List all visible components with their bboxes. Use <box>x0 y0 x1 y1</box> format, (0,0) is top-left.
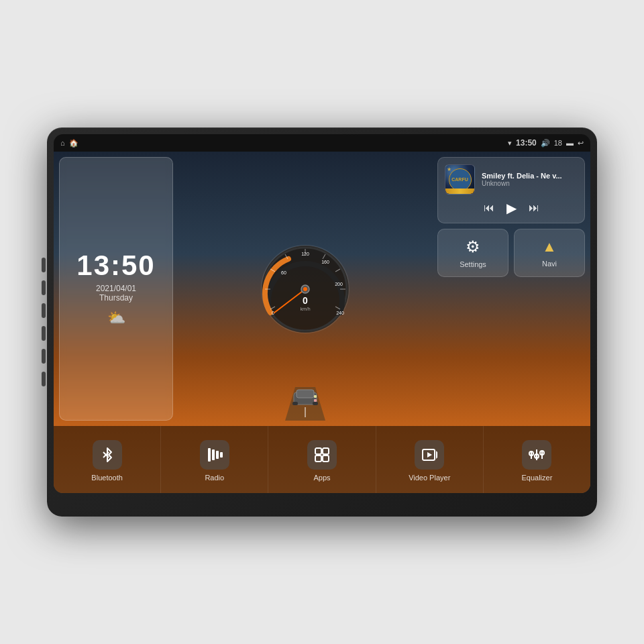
side-button-4[interactable] <box>42 326 46 341</box>
next-button[interactable]: ⏭ <box>529 202 539 214</box>
wifi-icon: ▾ <box>508 139 512 148</box>
svg-point-19 <box>303 287 307 291</box>
radio-icon <box>207 447 223 463</box>
radio-label: Radio <box>205 474 224 482</box>
clock-day: Thursday <box>99 293 133 303</box>
settings-button[interactable]: ⚙ Settings <box>437 229 508 277</box>
svg-text:0: 0 <box>303 295 308 306</box>
status-bar: ⌂ 🏠 ▾ 13:50 🔊 18 ▬ ↩ <box>54 134 590 152</box>
svg-rect-31 <box>208 448 211 462</box>
side-button-2[interactable] <box>42 280 46 295</box>
menu-item-video-player[interactable]: Video Player <box>376 426 484 493</box>
svg-rect-36 <box>323 448 329 454</box>
menu-item-bluetooth[interactable]: Bluetooth <box>54 426 161 493</box>
menu-item-apps[interactable]: Apps <box>268 426 376 493</box>
svg-rect-35 <box>315 448 321 454</box>
status-right: ▾ 13:50 🔊 18 ▬ ↩ <box>508 138 584 148</box>
prev-button[interactable]: ⏮ <box>484 202 494 214</box>
svg-rect-28 <box>313 402 318 405</box>
nav-icon: ▲ <box>542 238 557 256</box>
bluetooth-label: Bluetooth <box>91 474 122 482</box>
svg-rect-34 <box>220 452 223 458</box>
side-button-6[interactable] <box>42 372 46 386</box>
apps-label: Apps <box>313 474 330 482</box>
svg-text:160: 160 <box>321 260 329 264</box>
quick-buttons: ⚙ Settings ▲ Navi <box>437 229 585 277</box>
svg-rect-27 <box>292 402 298 405</box>
radio-icon-container <box>200 440 229 470</box>
speedometer-svg: 0 60 120 160 200 240 0 <box>258 242 352 336</box>
carfu-badge: CARFU <box>449 168 472 191</box>
main-screen: 13:50 2021/04/01 Thursday ⛅ <box>54 152 590 493</box>
car-head-unit: ⌂ 🏠 ▾ 13:50 🔊 18 ▬ ↩ 13:50 2021/04/01 Th… <box>47 127 597 517</box>
music-info: Smiley ft. Delia - Ne v... Unknown <box>482 172 578 187</box>
apps-icon <box>314 447 330 463</box>
svg-rect-32 <box>212 449 215 460</box>
svg-marker-41 <box>427 452 432 458</box>
play-button[interactable]: ▶ <box>506 200 517 216</box>
status-time: 13:50 <box>516 138 537 148</box>
album-art: CARFU ★ <box>445 164 475 195</box>
equalizer-icon-container <box>522 440 551 470</box>
svg-rect-38 <box>323 455 329 462</box>
star-badge: ★ <box>447 166 451 172</box>
svg-text:240: 240 <box>336 311 344 315</box>
equalizer-label: Equalizer <box>521 474 552 482</box>
music-controls: ⏮ ▶ ⏭ <box>445 200 578 216</box>
menu-item-equalizer[interactable]: Equalizer <box>484 426 590 493</box>
svg-text:200: 200 <box>335 282 343 286</box>
bluetooth-icon <box>99 447 115 463</box>
svg-rect-29 <box>314 395 317 398</box>
gear-icon: ⚙ <box>466 237 480 256</box>
svg-text:60: 60 <box>281 270 286 275</box>
bottom-menu: Bluetooth Radio <box>54 426 590 493</box>
clock-date: 2021/04/01 <box>96 284 136 293</box>
weather-icon: ⛅ <box>107 309 125 327</box>
volume-icon[interactable]: 🔊 <box>541 139 550 148</box>
music-top: CARFU ★ Smiley ft. Delia - Ne v... Unkno… <box>445 164 578 195</box>
svg-rect-37 <box>315 455 321 462</box>
house-icon[interactable]: 🏠 <box>69 139 78 148</box>
right-panel: CARFU ★ Smiley ft. Delia - Ne v... Unkno… <box>437 157 585 421</box>
road-svg <box>255 374 356 421</box>
speedometer: 0 60 120 160 200 240 0 <box>258 242 352 336</box>
navi-button[interactable]: ▲ Navi <box>514 229 585 277</box>
video-icon-container <box>415 440 444 470</box>
screen-icon: ▬ <box>566 139 574 147</box>
road-view <box>255 374 356 421</box>
equalizer-icon <box>529 447 545 463</box>
svg-text:120: 120 <box>301 252 309 256</box>
status-left: ⌂ 🏠 <box>60 139 78 148</box>
svg-text:km/h: km/h <box>300 307 310 311</box>
apps-icon-container <box>307 440 337 470</box>
music-widget[interactable]: CARFU ★ Smiley ft. Delia - Ne v... Unkno… <box>437 157 585 223</box>
side-button-3[interactable] <box>42 303 46 318</box>
home-icon[interactable]: ⌂ <box>60 139 65 147</box>
settings-label: Settings <box>460 260 486 268</box>
svg-rect-26 <box>297 390 314 398</box>
clock-widget[interactable]: 13:50 2021/04/01 Thursday ⛅ <box>59 157 173 421</box>
album-inner: CARFU ★ <box>445 165 474 194</box>
video-player-label: Video Player <box>409 474 450 482</box>
top-section: 13:50 2021/04/01 Thursday ⛅ <box>54 152 590 426</box>
svg-rect-33 <box>216 451 219 459</box>
clock-time: 13:50 <box>76 252 155 280</box>
screen: ⌂ 🏠 ▾ 13:50 🔊 18 ▬ ↩ 13:50 2021/04/01 Th… <box>54 134 590 493</box>
music-artist: Unknown <box>482 180 578 187</box>
side-button-5[interactable] <box>42 349 46 364</box>
svg-marker-40 <box>436 451 437 459</box>
back-icon[interactable]: ↩ <box>578 139 584 148</box>
music-title: Smiley ft. Delia - Ne v... <box>482 172 578 180</box>
album-ribbon <box>445 189 474 194</box>
svg-rect-30 <box>314 399 317 402</box>
video-icon <box>421 447 437 463</box>
speedometer-widget: 0 60 120 160 200 240 0 <box>178 157 432 421</box>
album-label: CARFU <box>451 177 468 182</box>
side-button-1[interactable] <box>42 258 46 272</box>
battery-level: 18 <box>554 139 562 147</box>
navi-label: Navi <box>542 260 557 268</box>
menu-item-radio[interactable]: Radio <box>161 426 268 493</box>
bluetooth-icon-container <box>93 440 122 470</box>
side-controls <box>42 258 46 386</box>
